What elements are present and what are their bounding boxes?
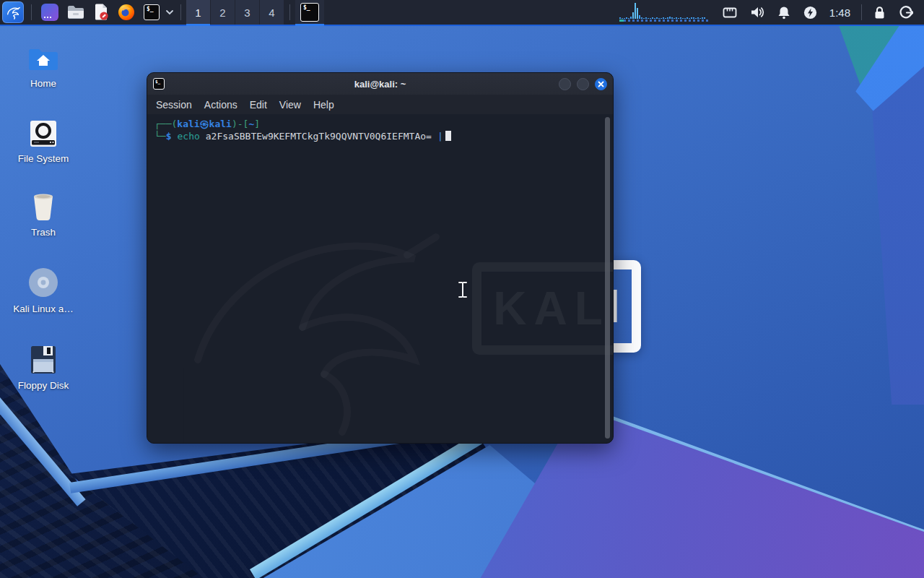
lock-screen-button[interactable] [867,0,892,25]
panel-separator [289,4,290,20]
network-bars [619,3,709,19]
floppy-disk-icon [30,345,57,374]
panel-separator [31,4,32,20]
workspace-1[interactable]: 1 [186,0,210,25]
bell-icon [777,6,790,20]
desktop-icon-kali-cd[interactable]: Kali Linux a… [7,266,79,314]
menu-session[interactable]: Session [150,97,198,113]
kali-dragon-icon [2,1,24,23]
menu-help[interactable]: Help [308,97,340,113]
firefox-launcher[interactable] [113,0,139,25]
maximize-button[interactable] [577,78,589,90]
file-manager-launcher[interactable] [63,0,89,25]
folder-icon [67,4,84,20]
terminal-icon: $_ [300,3,319,22]
ethernet-icon [723,7,737,19]
desktop-icon-label: Home [7,78,79,89]
log-out-icon [899,5,913,20]
window-titlebar[interactable]: $_ kali@kali: ~ [147,73,613,95]
desktop: KALI [0,0,924,578]
kali-dragon-watermark [169,179,472,439]
optical-disc-icon [28,267,58,298]
firefox-icon [118,4,135,21]
desktop-icon-home[interactable]: Home [7,40,79,89]
chevron-down-icon [165,9,174,15]
terminal-scrollbar[interactable] [605,117,610,439]
desktop-icon-label: Floppy Disk [7,380,79,391]
document-edit-icon [93,4,109,21]
desktop-icon-floppy-disk[interactable]: Floppy Disk [7,342,79,391]
power-manager-button[interactable] [797,0,824,25]
workspace-2[interactable]: 2 [211,0,235,25]
prompt-line-1: ┌──(kali㉿kali)-[~] [154,118,613,130]
lock-icon [873,6,886,20]
desktop-icon-label: Kali Linux a… [7,303,79,314]
prompt-line-2: └─$echoa2FsaSBBTEw9KEFMTCkgTk9QQVNTV0Q6I… [154,130,613,142]
volume-icon [750,6,764,19]
panel-left-group: $_ 1 2 3 4 $_ [0,0,324,25]
panel-right-group: 1:48 [619,0,924,25]
applications-menu-button[interactable] [0,0,26,25]
minimize-button[interactable] [559,78,571,90]
desktop-icon-file-system[interactable]: File System [7,116,79,164]
workspace-4[interactable]: 4 [260,0,284,25]
workspace-switcher: 1 2 3 4 [186,0,284,25]
terminal-window: $_ kali@kali: ~ Session Actions Edit Vie… [147,72,614,444]
taskbar-terminal-window-button[interactable]: $_ [295,0,324,25]
panel-separator [180,4,181,20]
close-icon [598,81,604,87]
network-status-button[interactable] [716,0,744,25]
desktop-icon-trash[interactable]: Trash [7,189,79,238]
desktop-icon-label: Trash [7,227,79,238]
log-out-button[interactable] [892,0,920,25]
terminal-content[interactable]: KALI ┌──(kali㉿kali)-[~] └─$echoa2FsaSBBT… [147,114,613,444]
window-app-icon [41,4,58,21]
home-folder-icon [27,46,59,72]
window-menubar: Session Actions Edit View Help [147,95,613,114]
power-manager-icon [803,6,817,20]
workspace-3[interactable]: 3 [235,0,259,25]
close-button[interactable] [595,78,607,90]
terminal-cursor [445,131,451,141]
menu-edit[interactable]: Edit [244,97,273,113]
top-panel: $_ 1 2 3 4 $_ [0,0,924,26]
notifications-button[interactable] [771,0,797,25]
clock[interactable]: 1:48 [824,7,856,19]
network-monitor-graph[interactable] [619,1,709,23]
hard-disk-icon [29,120,58,147]
network-caption [619,20,709,22]
trash-icon [29,192,58,221]
terminal-icon: $_ [144,4,160,20]
desktop-icon-label: File System [7,153,79,164]
volume-button[interactable] [744,0,771,25]
text-editor-launcher[interactable] [89,0,113,25]
window-app-launcher[interactable] [37,0,63,25]
menu-view[interactable]: View [274,97,307,113]
panel-separator [861,4,862,20]
terminal-launcher-dropdown[interactable] [164,0,175,25]
terminal-launcher[interactable]: $_ [139,0,164,25]
menu-actions[interactable]: Actions [199,97,243,113]
window-title: kali@kali: ~ [147,79,613,90]
kali-watermark: KALI [472,262,613,355]
